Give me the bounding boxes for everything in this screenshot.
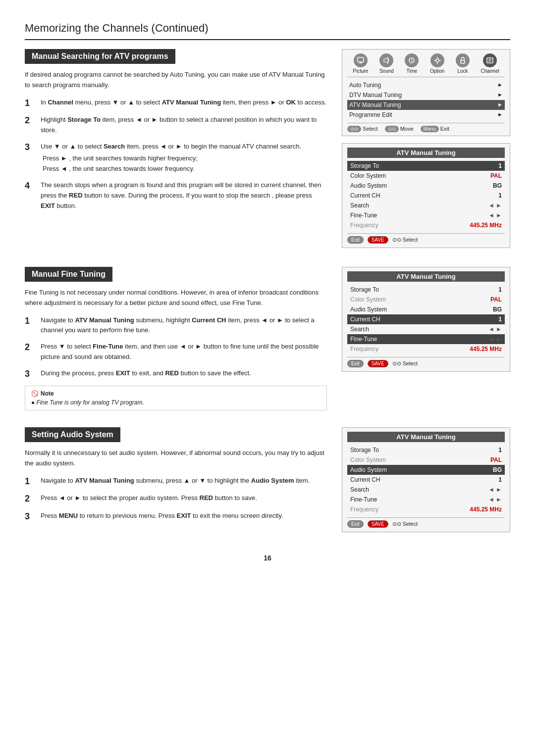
select-icon: ⊙⊙ <box>347 126 361 132</box>
audio-label-1: Audio System <box>350 182 387 189</box>
curch-value-2: 1 <box>498 316 502 323</box>
curch-value-1: 1 <box>498 192 502 199</box>
fine-step-content-3: During the process, press EXIT to exit, … <box>41 368 327 380</box>
fine-step-num-2: 2 <box>25 342 36 362</box>
atv-box-2: ATV Manual Tuning Storage To 1 Color Sys… <box>342 267 510 372</box>
atv-box-1: ATV Manual Tuning Storage To 1 Color Sys… <box>342 143 510 248</box>
select-label-1: ⊙⊙ Select <box>392 237 418 243</box>
svg-marker-3 <box>384 57 388 63</box>
step-content-2: Highlight Storage To item, press ◄ or ► … <box>41 115 327 136</box>
storage-value-2: 1 <box>498 286 502 293</box>
atv-box2-footer: Exit SAVE ⊙⊙ Select <box>347 357 505 367</box>
audio-step-num-2: 2 <box>25 493 36 504</box>
note-header: 🚫 Note <box>31 390 321 397</box>
atv-box2-finetune: Fine-Tune ◄ ► <box>347 334 505 344</box>
finetune-label-2: Fine-Tune <box>350 336 377 343</box>
audio-step-num-3: 3 <box>25 511 36 522</box>
finetune-label-1: Fine-Tune <box>350 212 377 219</box>
move-icon: ⊙⊙ <box>385 126 399 132</box>
atv-box2-storage: Storage To 1 <box>347 285 505 295</box>
fine-step-3: 3 During the process, press EXIT to exit… <box>25 368 327 380</box>
fine-step-1: 1 Navigate to ATV Manual Tuning submenu,… <box>25 315 327 336</box>
auto-tuning-label: Auto Tuning <box>349 82 381 89</box>
exit-btn-2: Exit <box>347 360 364 367</box>
fine-steps: 1 Navigate to ATV Manual Tuning submenu,… <box>25 315 327 380</box>
svg-point-7 <box>436 59 439 62</box>
icon-option: Option <box>430 53 444 74</box>
atv-box2-search: Search ◄ ► <box>347 324 505 334</box>
step-content-3: Use ▼ or ▲ to select Search item, press … <box>41 142 327 174</box>
audio-step-1: 1 Navigate to ATV Manual Tuning submenu,… <box>25 476 327 487</box>
audio-step-content-2: Press ◄ or ► to select the proper audio … <box>41 493 327 504</box>
fine-step-content-2: Press ▼ to select Fine-Tune item, and th… <box>41 342 327 362</box>
step-num-1: 1 <box>25 98 36 109</box>
fine-left: Manual Fine Tuning Fine Tuning is not ne… <box>25 267 327 415</box>
color-label-2: Color System <box>350 296 386 303</box>
atv-box3-footer: Exit SAVE ⊙⊙ Select <box>347 517 505 528</box>
finetune-label-3: Fine-Tune <box>350 496 377 503</box>
storage-label-1: Storage To <box>350 162 379 169</box>
auto-tuning-arrow: ► <box>497 82 503 89</box>
atv-box1-freq: Frequency 445.25 MHz <box>347 220 505 230</box>
finetune-value-3: ◄ ► <box>488 496 502 503</box>
audio-step-num-1: 1 <box>25 476 36 487</box>
atv-box3-storage: Storage To 1 <box>347 445 505 455</box>
footer-select: ⊙⊙ Select <box>347 126 378 132</box>
freq-value-3: 445.25 MHz <box>470 506 502 513</box>
search-value-3: ◄ ► <box>488 486 502 493</box>
picture-icon-circle <box>354 53 368 67</box>
color-value-2: PAL <box>490 296 502 303</box>
menu-row-dtv: DTV Manual Tuning ► <box>347 90 505 100</box>
step3-sub: Press ► , the unit searches towards high… <box>41 153 327 174</box>
atv-arrow: ► <box>497 101 503 108</box>
atv-box-3: ATV Manual Tuning Storage To 1 Color Sys… <box>342 427 510 532</box>
audio-label-3: Audio System <box>350 466 387 473</box>
audio-step-2: 2 Press ◄ or ► to select the proper audi… <box>25 493 327 504</box>
fine-step-2: 2 Press ▼ to select Fine-Tune item, and … <box>25 342 327 362</box>
icon-sound: Sound <box>379 53 394 74</box>
search-value-2: ◄ ► <box>488 326 502 333</box>
audio-step-content-1: Navigate to ATV Manual Tuning submenu, p… <box>41 476 327 487</box>
atv-box3-curch: Current CH 1 <box>347 475 505 485</box>
section-audio: Setting Audio System Normally it is unne… <box>25 427 510 539</box>
note-text: ● Fine Tune is only for analog TV progra… <box>31 399 321 406</box>
curch-value-3: 1 <box>498 476 502 483</box>
menu-footer: ⊙⊙ Select ⊙⊙ Move Menu Exit <box>347 123 505 132</box>
exit-btn-1: Exit <box>347 236 364 244</box>
atv-box1-storage: Storage To 1 <box>347 161 505 171</box>
svg-rect-12 <box>461 60 465 63</box>
atv-box2-title: ATV Manual Tuning <box>347 271 505 282</box>
freq-label-1: Frequency <box>350 222 378 229</box>
curch-label-3: Current CH <box>350 476 380 483</box>
svg-rect-0 <box>358 57 364 62</box>
audio-intro: Normally it is unnecessary to set audio … <box>25 448 327 469</box>
atv-box1-footer: Exit SAVE ⊙⊙ Select <box>347 233 505 244</box>
step-content-1: In Channel menu, press ▼ or ▲ to select … <box>41 98 327 109</box>
page-number: 16 <box>25 554 510 562</box>
atv-box2-freq: Frequency 445.25 MHz <box>347 344 505 354</box>
atv-box3-audio: Audio System BG <box>347 465 505 475</box>
save-btn-1: SAVE <box>368 236 388 244</box>
atv-box3-color: Color System PAL <box>347 455 505 465</box>
atv-right: Picture Sound Time <box>342 49 510 255</box>
search-value-1: ◄ ► <box>488 202 502 209</box>
curch-label-2: Current CH <box>350 316 380 323</box>
exit-icon: Menu <box>421 126 439 132</box>
color-value-3: PAL <box>490 456 502 463</box>
atv-box1-color: Color System PAL <box>347 171 505 181</box>
freq-value-1: 445.25 MHz <box>470 222 502 229</box>
finetune-value-2: ◄ ► <box>488 336 502 343</box>
audio-value-2: BG <box>493 306 502 313</box>
note-icon: 🚫 <box>31 390 39 397</box>
step-content-4: The search stops when a program is found… <box>41 180 327 211</box>
audio-value-3: BG <box>493 466 502 473</box>
storage-value-1: 1 <box>498 162 502 169</box>
atv-box3-search: Search ◄ ► <box>347 485 505 495</box>
footer-move: ⊙⊙ Move <box>385 126 414 132</box>
page-container: Memorizing the Channels (Continued) Manu… <box>0 0 535 756</box>
save-btn-2: SAVE <box>368 360 388 367</box>
atv-box2-audio: Audio System BG <box>347 304 505 314</box>
atv-step-1: 1 In Channel menu, press ▼ or ▲ to selec… <box>25 98 327 109</box>
search-label-1: Search <box>350 202 369 209</box>
step-num-2: 2 <box>25 115 36 136</box>
